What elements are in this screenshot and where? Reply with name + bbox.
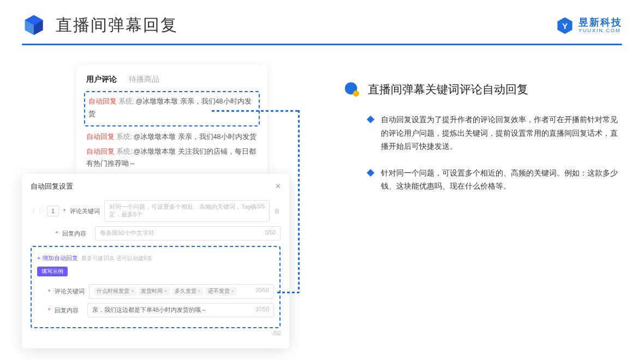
- brand-name-cn: 昱新科技: [579, 17, 622, 28]
- tab-pending-goods[interactable]: 待播商品: [129, 75, 159, 85]
- example-pill[interactable]: 填写示例: [37, 267, 68, 276]
- brand-hex-icon: Y: [556, 16, 574, 35]
- cube-icon: [22, 13, 46, 37]
- comment-row: 自动回复系统:@冰墩墩本墩 关注我们的店铺，每日都有热门推荐呦～: [86, 146, 258, 170]
- connector-line: [212, 110, 299, 112]
- highlighted-comment: 自动回复系统:@冰墩墩本墩 亲亲，我们48小时内发货: [84, 91, 260, 126]
- index-badge: 1: [47, 206, 59, 216]
- modal-title: 自动回复设置: [31, 182, 73, 191]
- page-title: 直播间弹幕回复: [56, 14, 178, 37]
- comments-panel: 用户评论 待播商品 自动回复系统:@冰墩墩本墩 亲亲，我们48小时内发货 自动回…: [76, 65, 267, 183]
- example-keyword-input[interactable]: 什么时候发货发货时间多久发货还不发货 20/50: [89, 284, 274, 299]
- tab-user-comments[interactable]: 用户评论: [86, 75, 117, 85]
- reply-label: 回复内容: [62, 230, 91, 238]
- diamond-icon: [367, 116, 374, 123]
- keyword-input[interactable]: 对同一个问题，可设置多个相近、高频的关键词，Tag确定，最多5个0/5: [104, 200, 270, 222]
- trash-icon[interactable]: 🗑: [274, 207, 281, 215]
- connector-line: [277, 292, 299, 293]
- brand-logo-block: Y 昱新科技 YUUXIN.COM: [556, 16, 622, 35]
- reply-input[interactable]: 每条限50个中文字符0/50: [95, 226, 281, 240]
- auto-reply-modal: 自动回复设置 × ⋮⋮ 1 * 评论关键词 对同一个问题，可设置多个相近、高频的…: [22, 174, 289, 348]
- bullet-item: 自动回复设置为了提升作者的评论回复效率，作者可在开播前针对常见的评论用户问题，提…: [344, 113, 622, 153]
- brand-name-en: YUUXIN.COM: [579, 28, 622, 34]
- close-icon[interactable]: ×: [276, 182, 281, 191]
- chat-bubble-icon: [344, 81, 360, 98]
- comment-row: 自动回复系统:@冰墩墩本墩 亲亲，我们48小时内发货: [86, 131, 258, 143]
- svg-point-2: [353, 90, 359, 96]
- diamond-icon: [367, 168, 374, 176]
- example-reply-input[interactable]: 亲，我们这边都是下单48小时内发货的哦～37/50: [87, 303, 274, 317]
- comment-row: 自动回复系统:@冰墩墩本墩 亲亲，我们48小时内发货: [88, 95, 255, 120]
- connector-line: [298, 110, 300, 293]
- example-section: + 增加自动回复最多可建10条 还可以创建9条 填写示例 * 评论关键词 什么时…: [31, 246, 281, 328]
- keyword-label: 评论关键词: [70, 207, 100, 215]
- svg-text:Y: Y: [562, 21, 568, 31]
- add-reply-link[interactable]: + 增加自动回复: [37, 255, 78, 261]
- section-title: 直播间弹幕关键词评论自动回复: [368, 82, 528, 97]
- header-divider: [22, 44, 622, 45]
- outer-counter: /50: [31, 330, 281, 336]
- bullet-item: 针对同一个问题，可设置多个相近的、高频的关键词。例如：这款多少钱、这块能优惠吗、…: [344, 166, 622, 193]
